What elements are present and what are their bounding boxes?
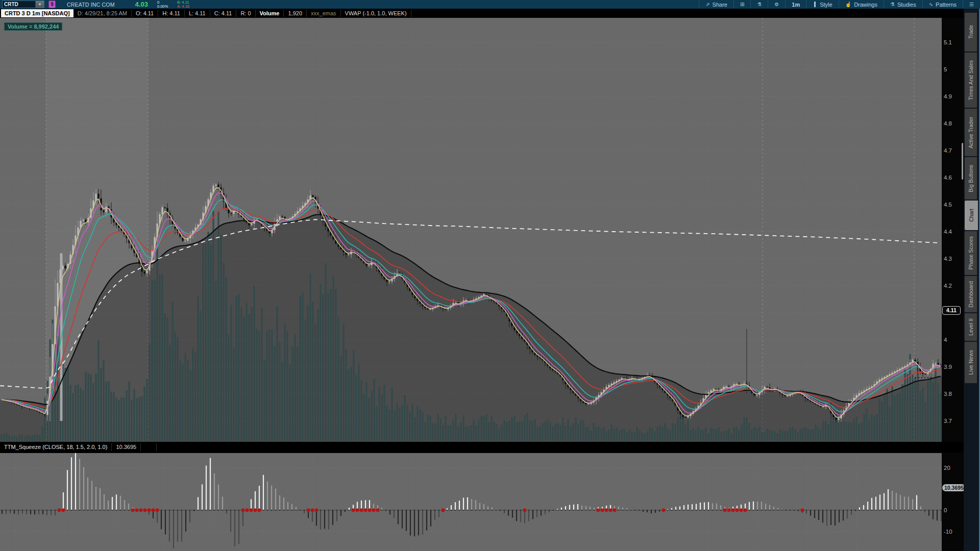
header-volume-label[interactable]: Volume: [256, 10, 284, 17]
patterns-button[interactable]: ∿ Patterns: [922, 0, 963, 9]
ttm-tick-label: 20: [944, 465, 950, 471]
ttm-squeeze-spacer: [141, 443, 157, 451]
ask-value: A: 4.16: [177, 5, 189, 9]
top-toolbar: ▼ 9 CREATD INC COM 4.03 0 0.00% B: 4.11 …: [0, 0, 980, 9]
symbol-dropdown-button[interactable]: ▼: [35, 1, 44, 8]
symbol-input[interactable]: [3, 2, 35, 7]
change-group: 0 0.00%: [157, 1, 168, 8]
chart-header: CRTD 3 D 1m [NASDAQ] D: 4/29/21, 8:25 AM…: [0, 9, 964, 18]
price-tick-label: 3.7: [944, 418, 952, 424]
sidebar-tab-label: Live News: [968, 350, 974, 374]
style-button[interactable]: Style: [806, 0, 838, 9]
price-tick-label: 4.4: [944, 229, 952, 235]
header-close: C: 4.11: [210, 10, 237, 17]
ttm-background: [0, 453, 942, 551]
ttm-squeeze-chart[interactable]: [0, 453, 942, 551]
chart-link-badge[interactable]: 9: [48, 1, 56, 8]
candlestick-icon: [813, 2, 817, 7]
share-button[interactable]: ⇗ Share: [699, 0, 733, 9]
price-tick-label: 3.8: [944, 391, 952, 397]
hand-icon: ☝: [845, 2, 851, 7]
header-datetime: D: 4/29/21, 8:25 AM: [74, 10, 132, 17]
studies-button[interactable]: ⚗ Studies: [884, 0, 922, 9]
ttm-value-badge: 10.3695: [942, 484, 966, 491]
price-tick-label: 3.9: [944, 364, 952, 370]
header-study-emas[interactable]: xxx_emas: [307, 10, 341, 17]
change-percent: 0.00%: [157, 5, 168, 9]
header-volume-value: 1,920: [284, 10, 307, 17]
price-tick-label: 4.5: [944, 202, 952, 208]
panel-icon: ⊞: [740, 2, 744, 7]
ttm-tick-label: 0: [944, 507, 947, 513]
sidebar-tab-dashboard[interactable]: Dashboard: [965, 276, 977, 312]
drawings-button[interactable]: ☝ Drawings: [839, 0, 884, 9]
axis-scrollbar-thumb[interactable]: [962, 143, 963, 180]
header-high: H: 4.11: [158, 10, 185, 17]
price-axis[interactable]: 5.154.94.84.74.64.54.44.34.24.143.93.83.…: [942, 9, 964, 551]
flask-icon: ⚗: [757, 2, 762, 7]
price-tick-label: 4.7: [944, 147, 952, 154]
header-study-vwap[interactable]: VWAP (-1.0, 1.0, WEEK): [341, 10, 411, 17]
thinkorswim-window: ▼ 9 CREATD INC COM 4.03 0 0.00% B: 4.11 …: [0, 0, 980, 551]
ttm-squeeze-value: 10.3695: [112, 443, 141, 451]
ttm-squeeze-header: TTM_Squeeze (CLOSE, 18, 1.5, 2.0, 1.0) 1…: [0, 442, 964, 453]
sidebar-tab-big-buttons[interactable]: Big Buttons: [965, 157, 977, 199]
current-price-badge: 4.11: [942, 306, 961, 315]
header-open: O: 4.11: [132, 10, 158, 17]
sidebar-tab-label: Times And Sales: [968, 60, 974, 100]
interval-button[interactable]: 1m: [785, 0, 806, 9]
toolbar-actions: ⇗ Share ⊞ ⚗ ⚙ 1m Style ☝ Drawings ⚗ Stud…: [699, 0, 980, 9]
sidebar-tab-label: Level II: [968, 318, 974, 336]
last-price: 4.03: [135, 1, 148, 8]
company-name: CREATD INC COM: [67, 2, 115, 8]
sidebar-tab-active-trader[interactable]: Active Trader: [965, 109, 977, 156]
price-tick-label: 4.3: [944, 256, 952, 262]
chart-title[interactable]: CRTD 3 D 1m [NASDAQ]: [1, 9, 74, 17]
sidebar-tab-level-ii[interactable]: Level II: [965, 313, 977, 341]
right-sidebar: TradeTimes And SalesActive TraderBig But…: [964, 9, 980, 551]
header-low: L: 4.11: [185, 10, 210, 17]
price-tick-label: 4: [944, 337, 947, 343]
sidebar-tab-trade[interactable]: Trade: [965, 13, 977, 52]
price-tick-label: 4.8: [944, 120, 952, 127]
sidebar-tab-label: Chart: [968, 209, 974, 222]
price-tick-label: 5: [944, 66, 947, 72]
hamburger-icon: ☰: [969, 2, 974, 7]
sidebar-tab-live-news[interactable]: Live News: [965, 342, 977, 383]
price-tick-label: 4.9: [944, 93, 952, 99]
sidebar-tab-label: Dashboard: [968, 281, 974, 307]
sidebar-tab-label: Phase Scores: [968, 236, 974, 269]
ttm-tick-label: -10: [944, 529, 952, 535]
alerts-button[interactable]: ⊞: [733, 0, 750, 9]
sidebar-tab-label: Trade: [968, 25, 974, 39]
main-price-chart[interactable]: [0, 18, 942, 443]
share-icon: ⇗: [705, 2, 709, 7]
symbol-box: ▼: [2, 1, 44, 8]
quick-study-button[interactable]: ⚗: [750, 0, 768, 9]
gear-icon: ⚙: [774, 2, 779, 7]
pattern-icon: ∿: [929, 2, 933, 7]
chart-menu-button[interactable]: ☰: [963, 0, 980, 9]
sidebar-tab-label: Active Trader: [968, 117, 974, 148]
volume-legend: Volume = 8,992,244: [4, 22, 62, 31]
header-range: R: 0: [236, 10, 255, 17]
price-tick-label: 5.1: [944, 39, 952, 45]
ttm-squeeze-title[interactable]: TTM_Squeeze (CLOSE, 18, 1.5, 2.0, 1.0): [0, 443, 112, 451]
sidebar-tab-times-and-sales[interactable]: Times And Sales: [965, 53, 977, 108]
price-tick-label: 4.6: [944, 174, 952, 181]
sidebar-tab-phase-scores[interactable]: Phase Scores: [965, 231, 977, 275]
settings-button[interactable]: ⚙: [768, 0, 785, 9]
beaker-icon: ⚗: [890, 2, 895, 7]
sidebar-tab-label: Big Buttons: [968, 165, 974, 192]
sidebar-tab-chart[interactable]: Chart: [965, 201, 978, 230]
symbol-group: ▼ 9 CREATD INC COM 4.03 0 0.00% B: 4.11 …: [0, 0, 189, 9]
bid-ask-group: B: 4.11 A: 4.16: [177, 1, 189, 8]
price-tick-label: 4.2: [944, 283, 952, 289]
